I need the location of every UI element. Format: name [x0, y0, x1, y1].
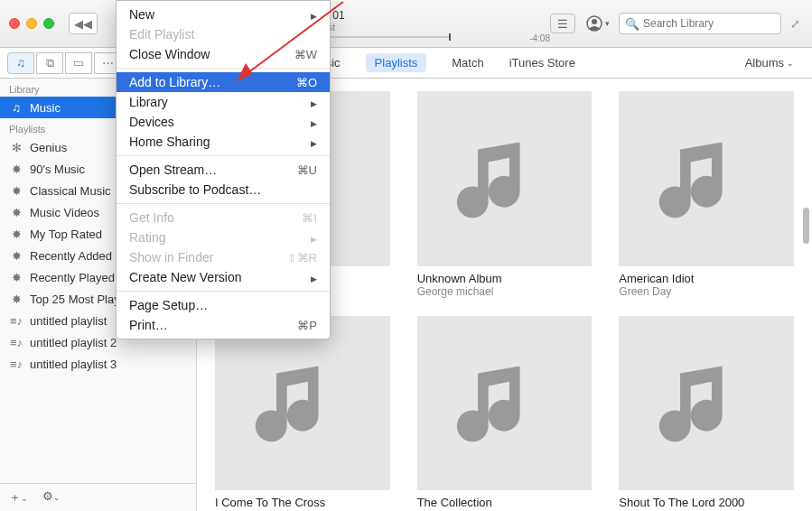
sidebar-footer: ＋⌄ ⚙⌄ [0, 483, 196, 511]
album-title: Unknown Album [417, 272, 593, 285]
album-artist: George michael [417, 285, 593, 298]
submenu-arrow-icon [311, 270, 317, 284]
chevron-down-icon: ⌄ [787, 59, 794, 68]
menu-item: Get Info⌘I [117, 208, 330, 228]
time-remaining: -4:08 [529, 33, 550, 43]
menu-separator [117, 291, 330, 292]
back-button[interactable]: ◀◀ [69, 13, 98, 34]
menu-item-label: New [129, 7, 154, 22]
menu-item[interactable]: New [117, 5, 330, 24]
menu-item-label: Home Sharing [129, 135, 210, 149]
album-title: The Collection [417, 496, 593, 509]
menu-item-label: Close Window [129, 47, 210, 61]
sidebar-item-label: untitled playlist 3 [30, 358, 117, 371]
up-next-button[interactable]: ☰ [550, 14, 575, 33]
window-controls [0, 18, 63, 29]
sidebar-item-label: Music Videos [30, 206, 99, 219]
tab-store[interactable]: iTunes Store [509, 53, 575, 72]
gear-icon: ✸ [9, 205, 23, 219]
album-cover [215, 316, 390, 491]
tab-playlists[interactable]: Playlists [366, 53, 427, 72]
album-cover [619, 91, 794, 266]
menu-item-label: Library [129, 95, 168, 109]
gear-icon: ✸ [9, 183, 23, 198]
menu-item-label: Add to Library… [129, 75, 220, 89]
menu-item[interactable]: Close Window⌘W [117, 44, 330, 64]
tv-tab[interactable]: ▭ [65, 52, 92, 74]
sidebar-item-label: Recently Added [30, 249, 112, 263]
sidebar-item-label: untitled playlist [30, 314, 107, 328]
menu-shortcut: ⇧⌘R [287, 251, 317, 265]
menu-shortcut: ⌘I [302, 211, 317, 225]
close-window-button[interactable] [9, 18, 20, 29]
menu-item-label: Devices [129, 115, 174, 129]
album-tile[interactable]: Shout To The Lord 2000Hillsongs [619, 316, 794, 511]
media-type-tabs: ♫ ⧉ ▭ ⋯ [7, 52, 121, 74]
submenu-arrow-icon [311, 115, 317, 129]
menu-separator [117, 155, 330, 156]
album-title: American Idiot [619, 272, 794, 285]
sidebar-item-playlist[interactable]: ≡♪untitled playlist 3 [0, 353, 196, 375]
menu-item[interactable]: Print…⌘P [117, 315, 330, 335]
sidebar-item-label: untitled playlist 2 [30, 336, 117, 349]
list-icon: ≡♪ [9, 335, 23, 349]
album-title: Shout To The Lord 2000 [619, 496, 794, 509]
playlist-settings-button[interactable]: ⚙⌄ [42, 489, 61, 506]
view-selector[interactable]: Albums ⌄ [745, 56, 805, 70]
menu-item[interactable]: Library [117, 92, 330, 112]
menu-item-label: Print… [129, 318, 168, 332]
scrollbar-thumb[interactable] [803, 208, 809, 244]
menu-item[interactable]: Open Stream…⌘U [117, 160, 330, 180]
account-menu[interactable]: ▾ [584, 14, 610, 33]
menu-shortcut: ⌘U [297, 163, 317, 177]
menu-item-label: Create New Version [129, 270, 242, 284]
submenu-arrow-icon [311, 135, 317, 149]
movies-tab[interactable]: ⧉ [36, 52, 63, 74]
sidebar-item-label: Recently Played [30, 271, 115, 284]
music-tab[interactable]: ♫ [7, 52, 34, 74]
sidebar-item-label: My Top Rated [30, 228, 102, 241]
submenu-arrow-icon [311, 7, 317, 22]
sidebar-item-label: 90's Music [30, 163, 85, 176]
tab-match[interactable]: Match [452, 53, 483, 72]
fullscreen-button[interactable]: ⤢ [790, 17, 807, 31]
gear-icon: ✸ [9, 270, 23, 284]
album-tile[interactable]: The CollectionHilary Weeks [417, 316, 593, 511]
menu-item: Edit Playlist [117, 24, 330, 44]
minimize-window-button[interactable] [26, 18, 37, 29]
submenu-arrow-icon [311, 95, 317, 109]
menu-item[interactable]: Page Setup… [117, 295, 330, 315]
album-tile[interactable]: I Come To The CrossHarvest Worship Band [215, 316, 390, 511]
gear-icon: ✸ [9, 162, 23, 176]
sidebar-item-label: Genius [30, 141, 67, 154]
album-title: I Come To The Cross [215, 496, 390, 509]
menu-item-label: Get Info [129, 210, 174, 225]
add-playlist-button[interactable]: ＋⌄ [9, 489, 28, 506]
menu-item-label: Show in Finder [129, 250, 213, 265]
music-icon: ♫ [9, 100, 23, 115]
sidebar-item-label: Classical Music [30, 184, 111, 198]
album-cover [417, 91, 593, 266]
menu-item[interactable]: Devices [117, 112, 330, 132]
search-field[interactable]: 🔍 [619, 13, 781, 34]
album-cover [619, 316, 794, 491]
sidebar-item-label: Music [30, 101, 61, 115]
menu-separator [117, 68, 330, 69]
menu-item-label: Edit Playlist [129, 27, 194, 42]
search-input[interactable] [643, 17, 779, 30]
menu-item[interactable]: Subscribe to Podcast… [117, 180, 330, 200]
menu-item[interactable]: Add to Library…⌘O [117, 72, 330, 92]
submenu-arrow-icon [311, 230, 317, 245]
menu-item[interactable]: Home Sharing [117, 132, 330, 152]
genius-icon: ✻ [9, 140, 23, 154]
gear-icon: ✸ [9, 227, 23, 241]
menu-item[interactable]: Create New Version [117, 267, 330, 287]
album-tile[interactable]: Unknown AlbumGeorge michael [417, 91, 593, 298]
zoom-window-button[interactable] [43, 18, 54, 29]
album-artist: Green Day [619, 285, 794, 298]
menu-item-label: Open Stream… [129, 163, 217, 177]
album-cover [417, 316, 593, 491]
menu-item-label: Page Setup… [129, 298, 208, 312]
gear-icon: ✸ [9, 292, 23, 306]
album-tile[interactable]: American IdiotGreen Day [619, 91, 794, 298]
